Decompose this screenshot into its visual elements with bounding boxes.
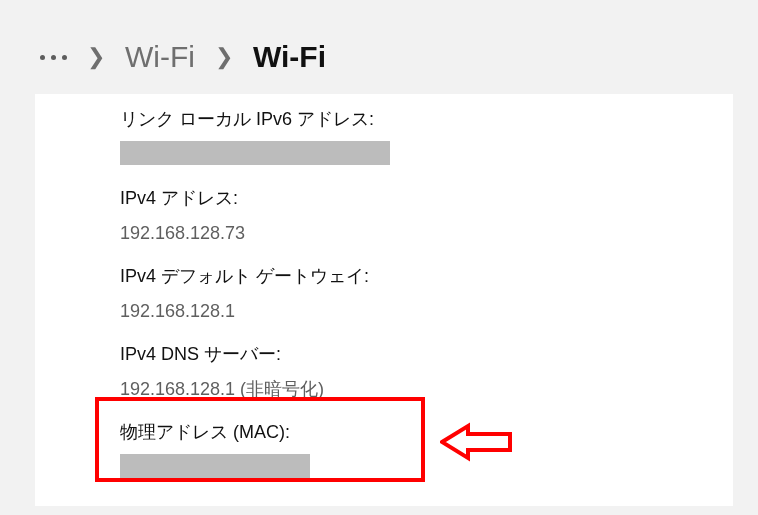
more-icon[interactable] [40, 55, 67, 60]
mac-address-value-redacted [120, 454, 310, 478]
mac-address-label: 物理アドレス (MAC): [120, 422, 290, 442]
ipv6-link-local-value-redacted [120, 141, 390, 165]
ipv4-gateway-value: 192.168.128.1 [120, 301, 235, 321]
chevron-right-icon: ❯ [215, 44, 233, 70]
ipv4-address-value: 192.168.128.73 [120, 223, 245, 243]
ipv4-dns-label: IPv4 DNS サーバー: [120, 344, 281, 364]
ipv6-link-local-label: リンク ローカル IPv6 アドレス: [120, 109, 374, 129]
properties-panel: リンク ローカル IPv6 アドレス: IPv4 アドレス: 192.168.1… [35, 94, 733, 506]
chevron-right-icon: ❯ [87, 44, 105, 70]
ipv4-address-label: IPv4 アドレス: [120, 188, 238, 208]
breadcrumb-bar: ❯ Wi-Fi ❯ Wi-Fi [0, 0, 758, 94]
ipv4-dns-value: 192.168.128.1 (非暗号化) [120, 379, 324, 399]
breadcrumb-current: Wi-Fi [253, 40, 326, 74]
ipv4-gateway-label: IPv4 デフォルト ゲートウェイ: [120, 266, 369, 286]
breadcrumb-parent[interactable]: Wi-Fi [125, 40, 195, 74]
